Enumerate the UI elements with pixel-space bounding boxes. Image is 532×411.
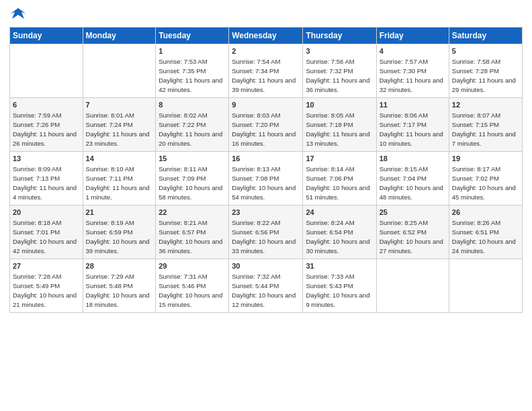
- calendar-cell: 18Sunrise: 8:15 AM Sunset: 7:04 PM Dayli…: [376, 152, 449, 205]
- day-info: Sunrise: 8:26 AM Sunset: 6:51 PM Dayligh…: [452, 219, 516, 255]
- day-number: 22: [159, 208, 226, 218]
- day-number: 9: [232, 100, 300, 110]
- day-header-friday: Friday: [376, 28, 449, 44]
- day-header-monday: Monday: [83, 28, 156, 44]
- day-info: Sunrise: 8:07 AM Sunset: 7:15 PM Dayligh…: [452, 111, 516, 147]
- calendar-cell: 15Sunrise: 8:11 AM Sunset: 7:09 PM Dayli…: [156, 152, 229, 205]
- calendar-cell: 28Sunrise: 7:29 AM Sunset: 5:48 PM Dayli…: [83, 259, 156, 313]
- day-number: 26: [452, 208, 519, 218]
- calendar-cell: 12Sunrise: 8:07 AM Sunset: 7:15 PM Dayli…: [449, 98, 522, 152]
- day-info: Sunrise: 8:10 AM Sunset: 7:11 PM Dayligh…: [86, 165, 150, 201]
- calendar-cell: 17Sunrise: 8:14 AM Sunset: 7:06 PM Dayli…: [303, 152, 376, 205]
- day-number: 25: [380, 208, 446, 218]
- calendar-cell: 9Sunrise: 8:03 AM Sunset: 7:20 PM Daylig…: [229, 98, 303, 152]
- day-number: 11: [380, 100, 446, 110]
- calendar-cell: 22Sunrise: 8:21 AM Sunset: 6:57 PM Dayli…: [156, 205, 229, 259]
- day-number: 7: [86, 100, 153, 110]
- calendar-cell: 20Sunrise: 8:18 AM Sunset: 7:01 PM Dayli…: [10, 205, 83, 259]
- logo-bird-icon: [11, 7, 26, 21]
- calendar-cell: 31Sunrise: 7:33 AM Sunset: 5:43 PM Dayli…: [303, 259, 376, 313]
- calendar-week-row: 13Sunrise: 8:09 AM Sunset: 7:13 PM Dayli…: [10, 152, 523, 205]
- day-info: Sunrise: 8:05 AM Sunset: 7:18 PM Dayligh…: [306, 111, 369, 147]
- calendar-cell: 7Sunrise: 8:01 AM Sunset: 7:24 PM Daylig…: [83, 98, 156, 152]
- calendar-cell: 21Sunrise: 8:19 AM Sunset: 6:59 PM Dayli…: [83, 205, 156, 259]
- calendar-cell: [449, 259, 522, 313]
- calendar-cell: 8Sunrise: 8:02 AM Sunset: 7:22 PM Daylig…: [156, 98, 229, 152]
- calendar-cell: 5Sunrise: 7:58 AM Sunset: 7:28 PM Daylig…: [449, 44, 522, 98]
- day-number: 10: [306, 100, 373, 110]
- calendar-cell: 27Sunrise: 7:28 AM Sunset: 5:49 PM Dayli…: [10, 259, 83, 313]
- day-number: 31: [306, 261, 373, 271]
- calendar-cell: 11Sunrise: 8:06 AM Sunset: 7:17 PM Dayli…: [376, 98, 449, 152]
- day-info: Sunrise: 7:57 AM Sunset: 7:30 PM Dayligh…: [380, 58, 443, 93]
- day-info: Sunrise: 8:03 AM Sunset: 7:20 PM Dayligh…: [232, 111, 296, 147]
- calendar-cell: [376, 259, 449, 313]
- header: [9, 7, 523, 21]
- day-header-thursday: Thursday: [303, 28, 376, 44]
- calendar-cell: 30Sunrise: 7:32 AM Sunset: 5:44 PM Dayli…: [229, 259, 303, 313]
- day-info: Sunrise: 8:13 AM Sunset: 7:08 PM Dayligh…: [232, 165, 296, 201]
- day-number: 18: [380, 154, 446, 164]
- day-header-saturday: Saturday: [449, 28, 522, 44]
- day-info: Sunrise: 8:06 AM Sunset: 7:17 PM Dayligh…: [380, 111, 443, 147]
- calendar-week-row: 6Sunrise: 7:59 AM Sunset: 7:26 PM Daylig…: [10, 98, 523, 152]
- day-number: 17: [306, 154, 373, 164]
- day-info: Sunrise: 7:56 AM Sunset: 7:32 PM Dayligh…: [306, 58, 369, 93]
- day-number: 21: [86, 208, 153, 218]
- day-number: 8: [159, 100, 226, 110]
- calendar-week-row: 1Sunrise: 7:53 AM Sunset: 7:35 PM Daylig…: [10, 44, 523, 98]
- day-number: 2: [232, 46, 300, 56]
- calendar-cell: [10, 44, 83, 98]
- calendar-cell: 13Sunrise: 8:09 AM Sunset: 7:13 PM Dayli…: [10, 152, 83, 205]
- day-number: 15: [159, 154, 226, 164]
- calendar-cell: 1Sunrise: 7:53 AM Sunset: 7:35 PM Daylig…: [156, 44, 229, 98]
- calendar-cell: 6Sunrise: 7:59 AM Sunset: 7:26 PM Daylig…: [10, 98, 83, 152]
- calendar-cell: 24Sunrise: 8:24 AM Sunset: 6:54 PM Dayli…: [303, 205, 376, 259]
- calendar-week-row: 27Sunrise: 7:28 AM Sunset: 5:49 PM Dayli…: [10, 259, 523, 313]
- calendar-cell: 14Sunrise: 8:10 AM Sunset: 7:11 PM Dayli…: [83, 152, 156, 205]
- day-info: Sunrise: 8:25 AM Sunset: 6:52 PM Dayligh…: [380, 219, 443, 255]
- day-header-sunday: Sunday: [10, 28, 83, 44]
- day-number: 24: [306, 208, 373, 218]
- logo: [9, 7, 26, 21]
- calendar-cell: 10Sunrise: 8:05 AM Sunset: 7:18 PM Dayli…: [303, 98, 376, 152]
- calendar-header-row: SundayMondayTuesdayWednesdayThursdayFrid…: [10, 28, 523, 44]
- day-number: 19: [452, 154, 519, 164]
- day-info: Sunrise: 8:09 AM Sunset: 7:13 PM Dayligh…: [13, 165, 77, 201]
- day-number: 4: [380, 46, 446, 56]
- calendar-cell: [83, 44, 156, 98]
- day-info: Sunrise: 8:01 AM Sunset: 7:24 PM Dayligh…: [86, 111, 150, 147]
- calendar-cell: 23Sunrise: 8:22 AM Sunset: 6:56 PM Dayli…: [229, 205, 303, 259]
- day-header-tuesday: Tuesday: [156, 28, 229, 44]
- day-number: 27: [13, 261, 80, 271]
- day-info: Sunrise: 7:33 AM Sunset: 5:43 PM Dayligh…: [306, 273, 369, 308]
- svg-marker-0: [11, 8, 26, 19]
- day-number: 12: [452, 100, 519, 110]
- day-info: Sunrise: 8:17 AM Sunset: 7:02 PM Dayligh…: [452, 165, 516, 201]
- day-number: 28: [86, 261, 153, 271]
- day-info: Sunrise: 8:19 AM Sunset: 6:59 PM Dayligh…: [86, 219, 150, 255]
- calendar-cell: 3Sunrise: 7:56 AM Sunset: 7:32 PM Daylig…: [303, 44, 376, 98]
- day-number: 16: [232, 154, 300, 164]
- day-info: Sunrise: 7:28 AM Sunset: 5:49 PM Dayligh…: [13, 273, 77, 308]
- calendar-cell: 4Sunrise: 7:57 AM Sunset: 7:30 PM Daylig…: [376, 44, 449, 98]
- day-number: 3: [306, 46, 373, 56]
- calendar-cell: 25Sunrise: 8:25 AM Sunset: 6:52 PM Dayli…: [376, 205, 449, 259]
- day-number: 6: [13, 100, 80, 110]
- day-info: Sunrise: 8:02 AM Sunset: 7:22 PM Dayligh…: [159, 111, 222, 147]
- day-info: Sunrise: 7:54 AM Sunset: 7:34 PM Dayligh…: [232, 58, 296, 93]
- day-info: Sunrise: 8:22 AM Sunset: 6:56 PM Dayligh…: [232, 219, 296, 255]
- day-info: Sunrise: 8:15 AM Sunset: 7:04 PM Dayligh…: [380, 165, 443, 201]
- day-number: 29: [159, 261, 226, 271]
- calendar-cell: 29Sunrise: 7:31 AM Sunset: 5:46 PM Dayli…: [156, 259, 229, 313]
- day-info: Sunrise: 8:18 AM Sunset: 7:01 PM Dayligh…: [13, 219, 77, 255]
- day-number: 30: [232, 261, 300, 271]
- calendar-cell: 26Sunrise: 8:26 AM Sunset: 6:51 PM Dayli…: [449, 205, 522, 259]
- day-header-wednesday: Wednesday: [229, 28, 303, 44]
- day-info: Sunrise: 8:14 AM Sunset: 7:06 PM Dayligh…: [306, 165, 369, 201]
- calendar-table: SundayMondayTuesdayWednesdayThursdayFrid…: [9, 27, 523, 313]
- day-number: 23: [232, 208, 300, 218]
- day-number: 13: [13, 154, 80, 164]
- day-info: Sunrise: 7:31 AM Sunset: 5:46 PM Dayligh…: [159, 273, 222, 308]
- day-number: 1: [159, 46, 226, 56]
